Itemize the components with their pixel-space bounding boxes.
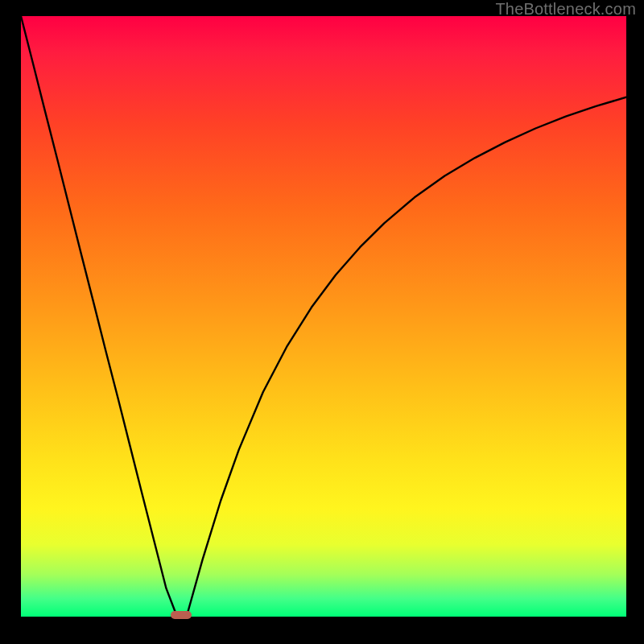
plot-area (21, 16, 626, 617)
figure-wrap: TheBottleneck.com (0, 0, 644, 644)
right-branch-curve (188, 97, 626, 614)
left-branch-curve (21, 16, 176, 613)
min-marker (171, 611, 192, 619)
curve-layer (21, 16, 626, 617)
